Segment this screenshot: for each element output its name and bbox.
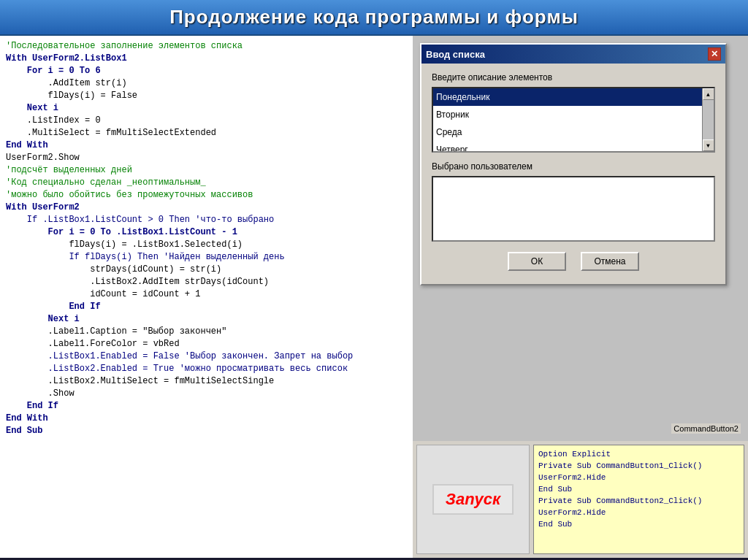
code-line: .ListIndex = 0 xyxy=(6,115,407,127)
listbox-item[interactable]: Четверг xyxy=(433,141,702,153)
vba-code-line: Private Sub CommandButton2_Click() xyxy=(538,495,739,507)
code-line: For i = 0 To .ListBox1.ListCount - 1 xyxy=(6,226,407,239)
code-line: .AddItem str(i) xyxy=(6,77,407,90)
vba-code-line: Private Sub CommandButton1_Click() xyxy=(538,460,739,472)
code-line: .ListBox1.Enabled = False 'Выбор законче… xyxy=(6,350,407,363)
dialog-titlebar: Ввод списка ✕ xyxy=(421,45,725,64)
code-line: .Label1.ForeColor = vbRed xyxy=(6,338,407,350)
code-line: 'можно было обойтись без промежуточных м… xyxy=(6,189,407,202)
code-line: End With xyxy=(6,139,407,152)
right-panel: Ввод списка ✕ Введите описание элементов… xyxy=(413,36,748,558)
code-line: 'Последовательное заполнение элементов с… xyxy=(6,40,407,53)
vba-code-line: End Sub xyxy=(538,518,739,530)
description-label: Введите описание элементов xyxy=(432,72,715,83)
code-line: If flDays(i) Then 'Найден выделенный ден… xyxy=(6,251,407,264)
listbox-scrollbar[interactable]: ▲ ▼ xyxy=(702,88,714,151)
dialog-buttons: ОК Отмена xyxy=(432,252,715,275)
code-line: UserForm2.Show xyxy=(6,152,407,164)
code-line: idCount = idCount + 1 xyxy=(6,288,407,301)
page-title: Продолжение кода программы и формы xyxy=(0,6,748,28)
cmd-btn2-label: CommandButton2 xyxy=(671,423,741,434)
listbox-item[interactable]: Среда xyxy=(433,123,702,141)
code-line: .Show xyxy=(6,388,407,400)
ok-button[interactable]: ОК xyxy=(508,252,566,271)
cancel-button[interactable]: Отмена xyxy=(581,252,639,271)
code-line: .Label1.Caption = "Выбор закончен" xyxy=(6,326,407,338)
right-bottom-area: Запуск Option ExplicitPrivate Sub Comman… xyxy=(413,441,748,558)
scroll-down-btn[interactable]: ▼ xyxy=(703,139,714,151)
title-bar: Продолжение кода программы и формы xyxy=(0,0,748,36)
code-line: .ListBox2.MultiSelect = fmMultiSelectSin… xyxy=(6,375,407,388)
dialog-box: Ввод списка ✕ Введите описание элементов… xyxy=(420,43,727,285)
code-line: flDays(i) = False xyxy=(6,90,407,102)
code-line: With UserForm2 xyxy=(6,202,407,214)
main-area: 'Последовательное заполнение элементов с… xyxy=(0,36,748,558)
launch-button[interactable]: Запуск xyxy=(432,484,514,515)
selected-label: Выбрано пользователем xyxy=(432,161,715,172)
code-line: 'подсчёт выделенных дней xyxy=(6,164,407,177)
code-panel: 'Последовательное заполнение элементов с… xyxy=(0,36,413,558)
dialog-title: Ввод списка xyxy=(426,49,485,60)
code-line: strDays(idCount) = str(i) xyxy=(6,264,407,276)
code-line: With UserForm2.ListBox1 xyxy=(6,53,407,65)
code-line: .MultiSelect = fmMultiSelectExtended xyxy=(6,127,407,139)
scroll-up-btn[interactable]: ▲ xyxy=(703,88,714,100)
vba-code-line: UserForm2.Hide xyxy=(538,507,739,518)
vba-code-line: End Sub xyxy=(538,483,739,495)
vba-header: Option Explicit xyxy=(538,448,739,460)
code-line: End With xyxy=(6,413,407,425)
dialog-close-button[interactable]: ✕ xyxy=(708,47,721,61)
code-line: Next i xyxy=(6,313,407,326)
selected-area xyxy=(432,176,715,242)
code-line: End If xyxy=(6,301,407,313)
code-line: For i = 0 To 6 xyxy=(6,65,407,77)
code-line: flDays(i) = .ListBox1.Selected(i) xyxy=(6,239,407,251)
code-line: End If xyxy=(6,400,407,413)
code-line: If .ListBox1.ListCount > 0 Then 'что-то … xyxy=(6,214,407,226)
code-line: .ListBox2.AddItem strDays(idCount) xyxy=(6,276,407,288)
code-line: .ListBox2.Enabled = True 'можно просматр… xyxy=(6,363,407,375)
code-line: Next i xyxy=(6,102,407,115)
launch-container: Запуск xyxy=(416,445,530,554)
code-line: End Sub xyxy=(6,425,407,437)
vba-code-line: UserForm2.Hide xyxy=(538,472,739,483)
listbox-item[interactable]: Понедельник xyxy=(433,88,702,106)
dialog-body: Введите описание элементов ПонедельникВт… xyxy=(421,64,725,284)
code-line: 'Код специально сделан _неоптимальным_ xyxy=(6,177,407,189)
listbox-container[interactable]: ПонедельникВторникСредаЧетверг ▲ ▼ xyxy=(432,87,715,153)
vba-code-box: Option ExplicitPrivate Sub CommandButton… xyxy=(533,445,744,554)
listbox-item[interactable]: Вторник xyxy=(433,106,702,123)
